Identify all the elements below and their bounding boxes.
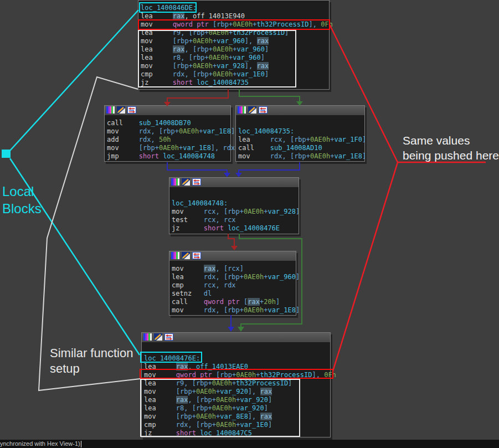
node-edit-icon[interactable]: [248, 105, 256, 116]
edge-false-branch-block4-to-block5: [228, 234, 238, 250]
instruction-line[interactable]: lea rax, off_14013EAE0: [142, 363, 330, 371]
instruction-line[interactable]: loc_14008476E:: [142, 354, 330, 363]
node-sync-icon[interactable]: [192, 251, 201, 261]
annotation-text-line: setup: [50, 361, 133, 377]
annotation-similar-function-setup: Similar function setup: [50, 346, 133, 377]
node-color-palette-icon[interactable]: [143, 332, 152, 343]
instruction-line[interactable]: mov [rbp+0AE0h+var_1E8], rdx: [105, 144, 230, 152]
instruction-line[interactable]: mov [rbp+0AE0h+var_8E8], rax: [142, 413, 330, 421]
annotation-text-line: Similar function: [50, 346, 133, 361]
annotation-text-line: Blocks: [2, 200, 42, 217]
basic-block-loc_140084748[interactable]: loc_140084748:mov rcx, [rbp+0AE0h+var_92…: [169, 177, 299, 234]
instruction-line[interactable]: mov qword ptr [rbp+0AE0h+th32ProcessID],…: [142, 371, 330, 379]
annotation-local-blocks: Local Blocks: [2, 183, 42, 217]
instruction-line[interactable]: test rcx, rcx: [169, 216, 299, 224]
basic-block-loc_1400846DE[interactable]: loc_1400846DE:lea rax, off_14013E940mov …: [138, 0, 330, 90]
node-color-palette-icon[interactable]: [171, 177, 179, 188]
annotation-same-values: Same values being pushed here: [403, 133, 499, 163]
node-sync-icon[interactable]: [164, 332, 173, 343]
block-titlebar: [236, 106, 364, 116]
instruction-line[interactable]: jz short loc_14008476E: [169, 224, 299, 233]
instruction-line[interactable]: add rdx, 50h: [105, 136, 230, 144]
block-titlebar: [142, 333, 330, 343]
instruction-line[interactable]: lea rax, off_14013E940: [138, 12, 329, 20]
block-code: loc_14008476E:lea rax, off_14013EAE0mov …: [142, 343, 330, 437]
annotation-red-lines: [330, 24, 486, 371]
text-caret: [81, 441, 81, 447]
node-color-palette-icon[interactable]: [106, 105, 115, 116]
annotation-cyan-square: [2, 150, 11, 158]
block-titlebar: [169, 178, 299, 188]
instruction-line[interactable]: call sub_14008DB70: [105, 119, 230, 127]
instruction-line[interactable]: loc_140084735:: [236, 127, 364, 136]
instruction-line[interactable]: mov rax, [rcx]: [169, 265, 296, 273]
instruction-line[interactable]: call sub_14008AD10: [236, 144, 364, 152]
node-color-palette-icon[interactable]: [238, 105, 246, 116]
instruction-line[interactable]: lea rax, [rbp+0AE0h+var_920]: [142, 396, 330, 404]
instruction-line[interactable]: mov rdx, [rbp+0AE0h+var_1E8]: [169, 306, 296, 315]
node-color-palette-icon[interactable]: [171, 251, 179, 261]
block-titlebar: [105, 106, 230, 116]
instruction-line[interactable]: loc_1400846DE:: [138, 4, 329, 12]
instruction-line[interactable]: jz short loc_1400847C5: [142, 429, 330, 437]
node-edit-icon[interactable]: [182, 177, 190, 188]
disassembly-graph-view: loc_1400846DE:lea rax, off_14013E940mov …: [0, 0, 499, 448]
instruction-line[interactable]: [169, 191, 299, 199]
instruction-line[interactable]: lea rdx, [rbp+0AE0h+var_960]: [169, 273, 296, 281]
edge-fallthrough-block5-to-block6: [228, 315, 234, 332]
basic-block-virtual-call[interactable]: mov rax, [rcx]lea rdx, [rbp+0AE0h+var_96…: [169, 251, 296, 316]
instruction-line[interactable]: mov [rbp+0AE0h+var_960], rax: [138, 37, 329, 45]
instruction-line[interactable]: setnz dl: [169, 290, 296, 298]
instruction-line[interactable]: lea rcx, [rbp+0AE0h+var_1F0]: [236, 136, 364, 144]
instruction-line[interactable]: jmp short loc_140084748: [105, 152, 230, 161]
edge-false-branch-block1-to-block2: [164, 89, 228, 106]
annotation-text-line: Local: [2, 183, 42, 200]
edge-true-branch-block1-to-block3: [239, 89, 303, 106]
node-edit-icon[interactable]: [182, 251, 190, 261]
block-code: loc_140084748:mov rcx, [rbp+0AE0h+var_92…: [169, 188, 299, 233]
instruction-line[interactable]: mov rdx, [rbp+0AE0h+var_1E8]: [236, 152, 364, 161]
instruction-line[interactable]: mov qword ptr [rbp+0AE0h+th32ProcessID],…: [138, 20, 329, 29]
node-edit-icon[interactable]: [154, 332, 162, 343]
instruction-line[interactable]: mov rcx, [rbp+0AE0h+var_928]: [169, 208, 299, 216]
status-text: ynchronized with Hex View-1): [0, 440, 80, 448]
block-code: call sub_14008DB70mov rdx, [rbp+0AE0h+va…: [105, 116, 230, 161]
instruction-line[interactable]: lea r8, [rbp+0AE0h+var_960]: [138, 54, 329, 62]
instruction-line[interactable]: lea r8, [rbp+0AE0h+var_920]: [142, 404, 330, 413]
instruction-line[interactable]: mov rdx, [rbp+0AE0h+var_1E8]: [105, 127, 230, 136]
instruction-line[interactable]: lea rax, [rbp+0AE0h+var_960]: [138, 45, 329, 54]
instruction-line[interactable]: loc_140084748:: [169, 199, 299, 208]
instruction-line[interactable]: cmp rdx, [rbp+0AE0h+var_1E0]: [142, 421, 330, 429]
instruction-line[interactable]: [142, 346, 330, 354]
edge-fallthrough-block3-to-block4: [235, 162, 300, 177]
annotation-text-line: Same values: [403, 133, 499, 148]
instruction-line[interactable]: cmp rcx, rdx: [169, 281, 296, 290]
instruction-line[interactable]: lea r9, [rbp+0AE0h+th32ProcessID]: [142, 379, 330, 388]
instruction-line[interactable]: mov [rbp+0AE0h+var_920], rax: [142, 388, 330, 396]
annotation-text-line: being pushed here: [403, 148, 499, 163]
instruction-line[interactable]: cmp rdx, [rbp+0AE0h+var_1E0]: [138, 70, 329, 79]
node-sync-icon[interactable]: [127, 105, 136, 116]
instruction-line[interactable]: jz short loc_140084735: [138, 79, 329, 87]
edge-jump-block2-to-block4: [167, 162, 230, 177]
instruction-line[interactable]: call qword ptr [rax+20h]: [169, 298, 296, 306]
instruction-line[interactable]: mov [rbp+0AE0h+var_928], rax: [138, 62, 329, 70]
basic-block-loc_140084735[interactable]: loc_140084735:lea rcx, [rbp+0AE0h+var_1F…: [235, 105, 365, 162]
block-code: loc_1400846DE:lea rax, off_14013E940mov …: [138, 1, 329, 87]
node-sync-icon[interactable]: [192, 177, 201, 188]
instruction-line[interactable]: lea r9, [rbp+0AE0h+th32ProcessID]: [138, 29, 329, 37]
block-code: loc_140084735:lea rcx, [rbp+0AE0h+var_1F…: [236, 116, 364, 161]
node-sync-icon[interactable]: [259, 105, 267, 116]
status-bar: ynchronized with Hex View-1): [0, 440, 499, 448]
instruction-line[interactable]: [236, 119, 364, 127]
node-edit-icon[interactable]: [117, 105, 125, 116]
basic-block-loc_14008476E[interactable]: loc_14008476E:lea rax, off_14013EAE0mov …: [141, 332, 331, 437]
basic-block-sub_14008DB70-call[interactable]: call sub_14008DB70mov rdx, [rbp+0AE0h+va…: [104, 105, 231, 162]
block-titlebar: [169, 251, 296, 261]
block-code: mov rax, [rcx]lea rdx, [rbp+0AE0h+var_96…: [169, 261, 296, 315]
